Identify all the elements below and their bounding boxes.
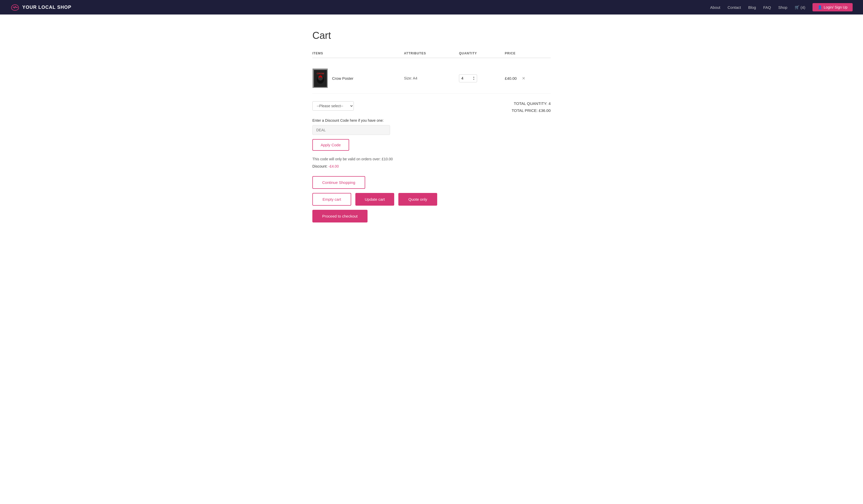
item-attribute: Size: A4	[404, 76, 459, 80]
empty-cart-button[interactable]: Empty cart	[312, 193, 351, 206]
login-button[interactable]: 👤 Login/ Sign Up	[813, 3, 853, 11]
nav-shop[interactable]: Shop	[778, 5, 787, 10]
price-cell: £40.00 ✕	[505, 76, 551, 81]
code-notice: This code will only be valid on orders o…	[312, 157, 478, 161]
quantity-down-arrow[interactable]: ▼	[473, 78, 475, 80]
remove-item-button[interactable]: ✕	[522, 76, 525, 81]
continue-shopping-button[interactable]: Continue Shopping	[312, 176, 365, 189]
cart-left-section: --Please select-- Enter a Discount Code …	[312, 101, 478, 223]
apply-code-button[interactable]: Apply Code	[312, 139, 349, 151]
item-image-svg: CROW	[313, 68, 328, 88]
item-price: £40.00	[505, 76, 517, 80]
header-quantity: QUANTITY	[459, 52, 505, 55]
variant-select[interactable]: --Please select--	[312, 101, 354, 111]
nav-faq[interactable]: FAQ	[763, 5, 771, 10]
navbar: YOUR LOCAL SHOP About Contact Blog FAQ S…	[0, 0, 863, 14]
quantity-field[interactable]	[461, 76, 472, 80]
nav-about[interactable]: About	[710, 5, 720, 10]
action-row-top: Continue Shopping	[312, 176, 478, 189]
brand: YOUR LOCAL SHOP	[10, 3, 72, 12]
navbar-links: About Contact Blog FAQ Shop 🛒 (4) 👤 Logi…	[710, 3, 853, 11]
svg-point-5	[319, 77, 320, 78]
login-icon: 👤	[818, 5, 822, 9]
item-name: Crow Poster	[332, 76, 353, 80]
discount-input[interactable]	[312, 125, 390, 135]
cart-table-header: ITEMS ATTRIBUTES QUANTITY PRICE	[312, 52, 551, 58]
cart-item-row: CROW Crow Poster Size: A4 ▲ ▼ £4	[312, 63, 551, 93]
action-row-bottom: Empty cart Update cart Quote only Procee…	[312, 193, 478, 223]
quantity-wrapper: ▲ ▼	[459, 74, 505, 83]
brand-name: YOUR LOCAL SHOP	[22, 5, 72, 10]
discount-amount: Discount: -£4.00	[312, 164, 478, 168]
header-items: ITEMS	[312, 52, 404, 55]
item-info: CROW Crow Poster	[312, 68, 404, 88]
cart-icon: 🛒	[795, 5, 800, 10]
quote-only-button[interactable]: Quote only	[398, 193, 437, 206]
cart-count: (4)	[801, 5, 805, 10]
nav-contact[interactable]: Contact	[727, 5, 741, 10]
total-price-line: TOTAL PRICE: £36.00	[483, 108, 551, 113]
proceed-to-checkout-button[interactable]: Proceed to checkout	[312, 210, 367, 223]
discount-label: Enter a Discount Code here if you have o…	[312, 118, 478, 123]
page-title: Cart	[312, 30, 551, 41]
cart-right-section: TOTAL QUANTITY: 4 TOTAL PRICE: £36.00	[483, 101, 551, 115]
update-cart-button[interactable]: Update cart	[355, 193, 394, 206]
main-content: Cart ITEMS ATTRIBUTES QUANTITY PRICE CRO…	[307, 30, 556, 223]
header-attributes: ATTRIBUTES	[404, 52, 459, 55]
discount-text-label: Discount:	[312, 164, 327, 168]
quantity-up-arrow[interactable]: ▲	[473, 76, 475, 78]
login-label: Login/ Sign Up	[824, 5, 848, 9]
nav-blog[interactable]: Blog	[748, 5, 756, 10]
total-quantity-line: TOTAL QUANTITY: 4	[483, 101, 551, 106]
cart-footer: --Please select-- Enter a Discount Code …	[312, 101, 551, 223]
discount-value: -£4.00	[328, 164, 339, 168]
cart-link[interactable]: 🛒 (4)	[795, 5, 805, 10]
svg-point-6	[321, 77, 322, 78]
brand-icon	[10, 3, 20, 12]
svg-text:CROW: CROW	[317, 72, 324, 75]
quantity-input-box[interactable]: ▲ ▼	[459, 74, 477, 83]
item-image: CROW	[312, 68, 328, 88]
header-price: PRICE	[505, 52, 551, 55]
quantity-arrows: ▲ ▼	[473, 76, 475, 80]
